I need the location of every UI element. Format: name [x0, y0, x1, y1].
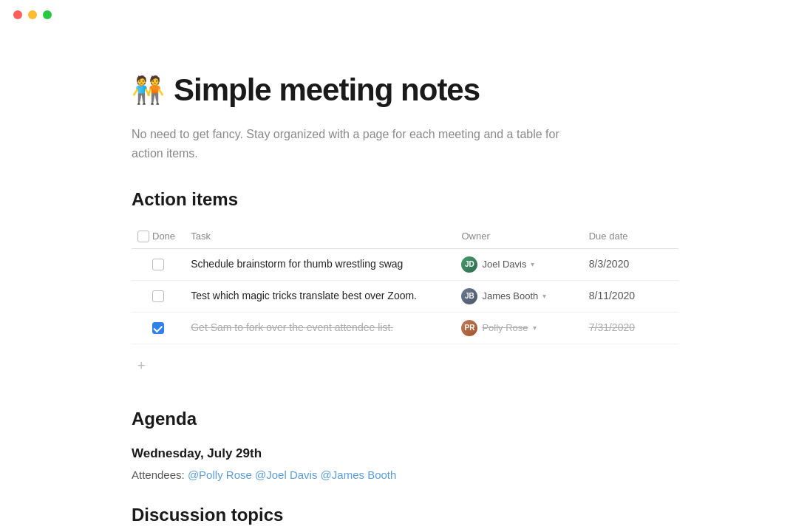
attendee-3: @James Booth — [321, 468, 397, 481]
row-checkbox-1[interactable] — [152, 290, 164, 302]
page-title: Simple meeting notes — [174, 66, 480, 113]
action-items-title: Action items — [132, 186, 678, 213]
titlebar — [0, 0, 810, 30]
due-date-text: 7/31/2020 — [589, 321, 635, 333]
task-cell: Schedule brainstorm for thumb wrestling … — [185, 248, 455, 280]
col-header-owner: Owner — [455, 225, 582, 248]
agenda-date: Wednesday, July 29th — [132, 444, 678, 463]
close-button[interactable] — [13, 10, 22, 19]
attendees-label: Attendees: — [132, 468, 185, 481]
main-content: 🧑‍🤝‍🧑 Simple meeting notes No need to ge… — [72, 0, 738, 532]
chevron-down-icon: ▾ — [542, 290, 546, 301]
chevron-down-icon: ▾ — [533, 322, 537, 333]
task-text: Schedule brainstorm for thumb wrestling … — [191, 258, 403, 270]
due-date-text: 8/3/2020 — [589, 258, 630, 270]
col-header-done: Done — [132, 225, 185, 248]
done-cell — [132, 280, 185, 312]
done-cell — [132, 312, 185, 344]
due-date-cell: 8/11/2020 — [583, 280, 678, 312]
table-row: Test which magic tricks translate best o… — [132, 280, 678, 312]
action-items-table: Done Task Owner Due date Schedule brains… — [132, 225, 678, 344]
chevron-down-icon: ▾ — [531, 259, 534, 270]
owner-cell[interactable]: PRPolly Rose▾ — [455, 312, 582, 344]
row-checkbox-2[interactable] — [152, 322, 164, 334]
page-icon: 🧑‍🤝‍🧑 — [132, 70, 165, 110]
attendees-line: Attendees: @Polly Rose @Joel Davis @Jame… — [132, 467, 678, 484]
attendee-1: @Polly Rose — [188, 468, 252, 481]
action-items-section: Action items Done Task Owner Due date Sc… — [132, 186, 678, 382]
avatar: PR — [461, 320, 477, 336]
page-description: No need to get fancy. Stay organized wit… — [132, 125, 575, 163]
table-row: Get Sam to fork over the event attendee … — [132, 312, 678, 344]
owner-display: PRPolly Rose▾ — [461, 320, 576, 336]
table-row: Schedule brainstorm for thumb wrestling … — [132, 248, 678, 280]
due-date-cell: 7/31/2020 — [583, 312, 678, 344]
avatar: JD — [461, 256, 477, 273]
avatar: JB — [461, 288, 477, 304]
row-checkbox-0[interactable] — [152, 259, 164, 270]
due-date-cell: 8/3/2020 — [583, 248, 678, 280]
task-cell: Get Sam to fork over the event attendee … — [185, 312, 455, 344]
owner-display: JBJames Booth▾ — [461, 288, 576, 304]
attendee-2: @Joel Davis — [255, 468, 317, 481]
col-header-due: Due date — [583, 225, 678, 248]
discussion-section: Discussion topics Status updates from th… — [132, 502, 678, 532]
owner-name: Polly Rose — [482, 321, 528, 335]
owner-name: James Booth — [482, 289, 538, 304]
add-row-button[interactable]: + — [132, 350, 161, 382]
discussion-title: Discussion topics — [132, 502, 678, 528]
page-header: 🧑‍🤝‍🧑 Simple meeting notes — [132, 66, 678, 113]
owner-cell[interactable]: JBJames Booth▾ — [455, 280, 582, 312]
col-header-task: Task — [185, 225, 455, 248]
agenda-section: Agenda Wednesday, July 29th Attendees: @… — [132, 406, 678, 484]
done-header-checkbox[interactable] — [137, 231, 149, 242]
due-date-text: 8/11/2020 — [589, 290, 635, 301]
task-cell: Test which magic tricks translate best o… — [185, 280, 455, 312]
owner-display: JDJoel Davis▾ — [461, 256, 576, 273]
maximize-button[interactable] — [43, 10, 52, 19]
task-text: Get Sam to fork over the event attendee … — [191, 321, 393, 333]
agenda-title: Agenda — [132, 406, 678, 432]
task-text: Test which magic tricks translate best o… — [191, 290, 417, 301]
done-cell — [132, 248, 185, 280]
minimize-button[interactable] — [28, 10, 37, 19]
owner-cell[interactable]: JDJoel Davis▾ — [455, 248, 582, 280]
owner-name: Joel Davis — [482, 257, 526, 272]
